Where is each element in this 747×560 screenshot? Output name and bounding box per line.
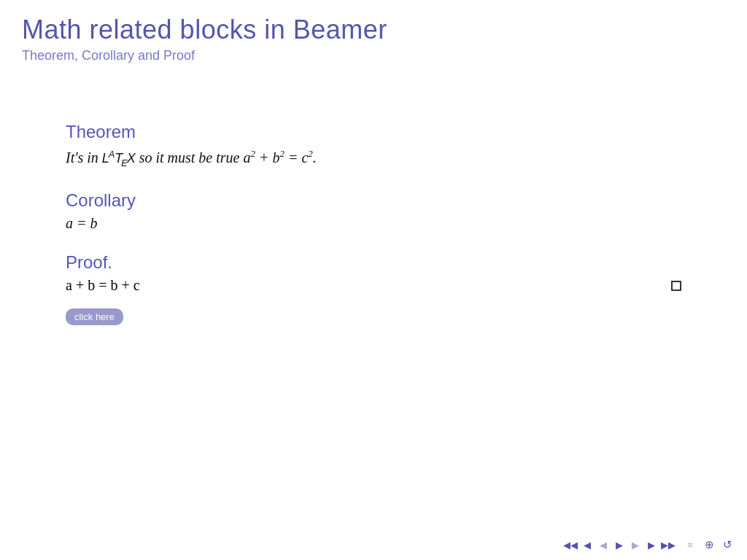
nav-right-2[interactable]: ▶	[648, 540, 655, 551]
proof-row: a + b = b + c	[66, 277, 681, 294]
proof-block: Proof. a + b = b + c click here	[66, 252, 681, 325]
nav-left-1[interactable]: ◀◀	[563, 540, 578, 551]
theorem-block: Theorem It's in LATEX so it must be true…	[66, 122, 681, 170]
corollary-block: Corollary a = b	[66, 190, 681, 232]
slide-subtitle: Theorem, Corollary and Proof	[22, 48, 725, 63]
corollary-title: Corollary	[66, 190, 681, 211]
theorem-title: Theorem	[66, 122, 681, 142]
nav-bar: ◀◀ ◀ ◀ ▶ ▶ ▶ ▶▶ ≡ ⊕ ↺	[563, 538, 732, 551]
zoom-button[interactable]: ⊕	[705, 538, 714, 551]
nav-controls: ◀◀ ◀ ◀ ▶ ▶ ▶ ▶▶ ≡ ⊕ ↺	[563, 538, 732, 551]
nav-right-3[interactable]: ▶▶	[661, 540, 676, 551]
menu-button[interactable]: ↺	[723, 538, 732, 551]
content-area: Theorem It's in LATEX so it must be true…	[22, 93, 725, 360]
nav-left-2[interactable]: ◀	[584, 540, 591, 551]
qed-box	[671, 281, 681, 291]
proof-content: a + b = b + c	[66, 277, 671, 294]
nav-right-1[interactable]: ▶	[616, 540, 623, 551]
slide: Math related blocks in Beamer Theorem, C…	[0, 0, 747, 560]
slide-header: Math related blocks in Beamer Theorem, C…	[22, 15, 725, 63]
click-here-button[interactable]: click here	[66, 308, 123, 325]
theorem-content: It's in LATEX so it must be true a2 + b2…	[66, 147, 681, 170]
slide-title: Math related blocks in Beamer	[22, 15, 725, 45]
corollary-content: a = b	[66, 215, 681, 232]
proof-title: Proof.	[66, 252, 681, 273]
